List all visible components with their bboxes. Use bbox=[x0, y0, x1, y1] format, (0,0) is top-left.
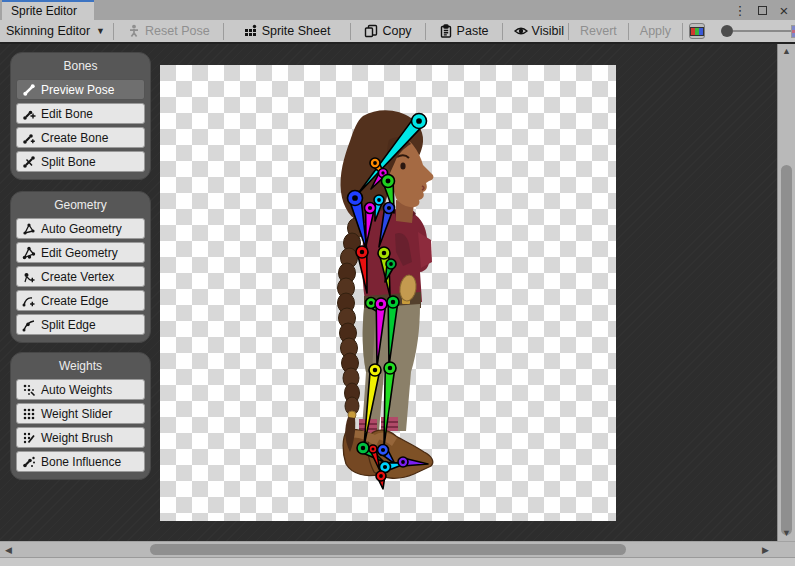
geometry-auto-icon bbox=[22, 222, 36, 236]
vertical-scrollbar[interactable]: ▲ ▼ bbox=[777, 44, 795, 541]
button-label: Create Bone bbox=[41, 131, 108, 145]
weights-auto-icon bbox=[22, 383, 36, 397]
create-edge-button[interactable]: Create Edge bbox=[16, 290, 145, 311]
split-edge-button[interactable]: Split Edge bbox=[16, 314, 145, 335]
chevron-down-icon: ▼ bbox=[96, 26, 105, 36]
weight-brush-button[interactable]: Weight Brush bbox=[16, 427, 145, 448]
bone-split-icon bbox=[22, 155, 36, 169]
bone-edit-icon bbox=[22, 107, 36, 121]
geometry-edit-icon bbox=[22, 246, 36, 260]
auto-geometry-button[interactable]: Auto Geometry bbox=[16, 218, 145, 239]
button-label: Split Bone bbox=[41, 155, 96, 169]
edge-split-icon bbox=[22, 318, 36, 332]
bone-influence-button[interactable]: Bone Influence bbox=[16, 451, 145, 472]
button-label: Create Edge bbox=[41, 294, 108, 308]
bottom-strip bbox=[0, 557, 795, 566]
button-label: Edit Bone bbox=[41, 107, 93, 121]
panel-title: Weights bbox=[16, 356, 145, 376]
button-label: Edit Geometry bbox=[41, 246, 118, 260]
scroll-down-arrow[interactable]: ▼ bbox=[782, 529, 791, 538]
weight-slider-button[interactable]: Weight Slider bbox=[16, 403, 145, 424]
create-vertex-button[interactable]: Create Vertex bbox=[16, 266, 145, 287]
vertical-scroll-thumb[interactable] bbox=[781, 165, 792, 535]
sprite-sheet-label: Sprite Sheet bbox=[262, 24, 331, 38]
create-bone-button[interactable]: Create Bone bbox=[16, 127, 145, 148]
toolbar: Skinning Editor ▼ Reset Pose Sprite Shee… bbox=[0, 20, 795, 44]
checker-swatch-icon bbox=[791, 25, 795, 38]
sprite-sheet-button[interactable]: Sprite Sheet bbox=[224, 20, 351, 42]
window-controls: ⋮ × bbox=[733, 0, 791, 20]
slider-knob[interactable] bbox=[721, 25, 733, 37]
visibility-button[interactable]: Visibil bbox=[503, 20, 568, 42]
copy-icon bbox=[364, 24, 378, 38]
panel-geometry: Geometry Auto Geometry Edit Geometry Cre… bbox=[10, 191, 151, 343]
weight-brush-icon bbox=[22, 431, 36, 445]
auto-weights-button[interactable]: Auto Weights bbox=[16, 379, 145, 400]
apply-button[interactable]: Apply bbox=[629, 20, 682, 42]
panel-title: Geometry bbox=[16, 195, 145, 215]
apply-label: Apply bbox=[640, 24, 671, 38]
scroll-left-arrow[interactable]: ◀ bbox=[5, 546, 12, 555]
mode-dropdown-value: Skinning Editor bbox=[6, 24, 90, 38]
maximize-icon[interactable] bbox=[755, 2, 769, 18]
tab-sprite-editor[interactable]: Sprite Editor bbox=[2, 0, 94, 20]
bone-influence-icon bbox=[22, 455, 36, 469]
button-label: Bone Influence bbox=[41, 455, 121, 469]
color-mode-button[interactable] bbox=[689, 23, 705, 39]
button-label: Split Edge bbox=[41, 318, 96, 332]
kebab-menu-icon[interactable]: ⋮ bbox=[733, 2, 747, 18]
sprite-editor-window: Sprite Editor ⋮ × Skinning Editor ▼ Rese… bbox=[0, 0, 795, 566]
eye-icon bbox=[514, 24, 528, 38]
copy-button[interactable]: Copy bbox=[351, 20, 424, 42]
paste-icon bbox=[439, 24, 453, 38]
button-label: Create Vertex bbox=[41, 270, 114, 284]
horizontal-scrollbar[interactable]: ◀ ▶ bbox=[0, 541, 795, 557]
paste-label: Paste bbox=[457, 24, 489, 38]
paste-button[interactable]: Paste bbox=[426, 20, 502, 42]
reset-pose-icon bbox=[127, 24, 141, 38]
panel-weights: Weights Auto Weights Weight Slider bbox=[10, 352, 151, 480]
edit-bone-button[interactable]: Edit Bone bbox=[16, 103, 145, 124]
sprite-opacity-slider[interactable] bbox=[721, 20, 795, 42]
button-label: Auto Weights bbox=[41, 383, 112, 397]
mode-dropdown[interactable]: Skinning Editor ▼ bbox=[0, 20, 113, 42]
edge-create-icon bbox=[22, 294, 36, 308]
button-label: Weight Brush bbox=[41, 431, 113, 445]
rgb-stripes-icon bbox=[690, 27, 704, 36]
split-bone-button[interactable]: Split Bone bbox=[16, 151, 145, 172]
sprite-viewport[interactable] bbox=[160, 65, 616, 521]
revert-label: Revert bbox=[580, 24, 617, 38]
bone-create-icon bbox=[22, 131, 36, 145]
button-label: Auto Geometry bbox=[41, 222, 122, 236]
panel-bones: Bones Preview Pose Edit Bone Create Bone bbox=[10, 52, 151, 180]
weight-slider-icon bbox=[22, 407, 36, 421]
close-icon[interactable]: × bbox=[777, 2, 791, 18]
vertex-create-icon bbox=[22, 270, 36, 284]
visibility-label: Visibil bbox=[532, 24, 564, 38]
horizontal-scroll-thumb[interactable] bbox=[150, 544, 626, 555]
panel-title: Bones bbox=[16, 56, 145, 76]
bone-pose-icon bbox=[22, 83, 36, 97]
edit-geometry-button[interactable]: Edit Geometry bbox=[16, 242, 145, 263]
tab-bar: Sprite Editor ⋮ × bbox=[0, 0, 795, 20]
preview-pose-button[interactable]: Preview Pose bbox=[16, 79, 145, 100]
tab-title: Sprite Editor bbox=[11, 4, 77, 18]
copy-label: Copy bbox=[382, 24, 411, 38]
scroll-up-arrow[interactable]: ▲ bbox=[782, 47, 791, 56]
button-label: Preview Pose bbox=[41, 83, 114, 97]
reset-pose-button[interactable]: Reset Pose bbox=[114, 20, 223, 42]
button-label: Weight Slider bbox=[41, 407, 112, 421]
revert-button[interactable]: Revert bbox=[569, 20, 628, 42]
scroll-right-arrow[interactable]: ▶ bbox=[762, 546, 769, 555]
reset-pose-label: Reset Pose bbox=[145, 24, 210, 38]
sprite-sheet-icon bbox=[244, 24, 258, 38]
